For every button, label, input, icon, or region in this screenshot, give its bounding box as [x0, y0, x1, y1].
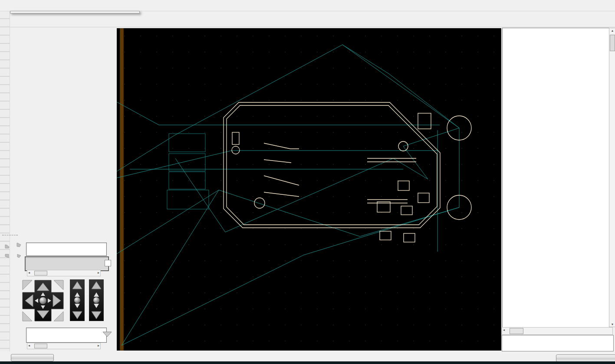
chevron-down-icon [103, 332, 112, 337]
left-dock-splitter[interactable] [0, 11, 10, 351]
application-window: ◂ ▸ [0, 0, 615, 364]
home-icon [3, 238, 23, 263]
gcode-viewport[interactable] [117, 28, 501, 351]
override-slider[interactable]: ◂ ▸ [27, 270, 101, 276]
jog-speed-display [26, 328, 107, 343]
gcode-vertical-scrollbar[interactable]: ▲ ▼ [609, 28, 615, 327]
speed-display [26, 243, 107, 256]
jog-z-center-knob[interactable] [74, 297, 80, 303]
menu-bar [0, 0, 615, 11]
bottom-border [0, 361, 615, 364]
scroll-up-arrow[interactable]: ▲ [609, 29, 615, 32]
slider-right-arrow[interactable]: ▸ [98, 270, 99, 275]
gcode-listing[interactable] [502, 28, 610, 328]
jog-xy-center-knob[interactable] [39, 297, 46, 304]
jog-xy-diag-nw[interactable] [23, 280, 32, 290]
slider-right-arrow[interactable]: ▸ [98, 343, 99, 348]
dock-grip [2, 235, 18, 236]
slider-left-arrow[interactable]: ◂ [28, 270, 30, 275]
jog-pad-a[interactable] [89, 279, 104, 323]
slider-left-arrow[interactable]: ◂ [28, 343, 30, 348]
jog-pad-xy[interactable] [22, 279, 64, 324]
jog-slider[interactable]: ◂ ▸ [27, 343, 101, 349]
gcode-horizontal-scrollbar[interactable]: ◂ [502, 327, 613, 335]
scroll-down-arrow[interactable]: ▼ [609, 323, 615, 326]
jog-dropdown-button[interactable] [102, 331, 112, 339]
jog-xy-diag-ne[interactable] [54, 280, 63, 290]
file-menu [10, 11, 140, 13]
jog-xy-diag-sw[interactable] [23, 312, 32, 321]
material-edge-ruler [120, 28, 124, 351]
jog-pad-z[interactable] [70, 279, 85, 323]
canvas-background [117, 28, 501, 351]
jog-a-center-knob[interactable] [93, 297, 99, 303]
slider-thumb[interactable] [34, 344, 47, 348]
slider-thumb[interactable] [34, 271, 47, 275]
progress-bar-left [11, 354, 54, 361]
progress-bar-right [556, 354, 615, 362]
scrollbar-thumb[interactable] [610, 35, 615, 51]
override-display [25, 256, 109, 271]
command-input[interactable] [502, 335, 614, 351]
override-checkbox[interactable] [105, 260, 111, 266]
scroll-left-arrow[interactable]: ◂ [503, 328, 505, 332]
home-button[interactable] [3, 238, 23, 263]
scrollbar-thumb[interactable] [510, 328, 523, 334]
jog-xy-diag-se[interactable] [54, 312, 63, 321]
